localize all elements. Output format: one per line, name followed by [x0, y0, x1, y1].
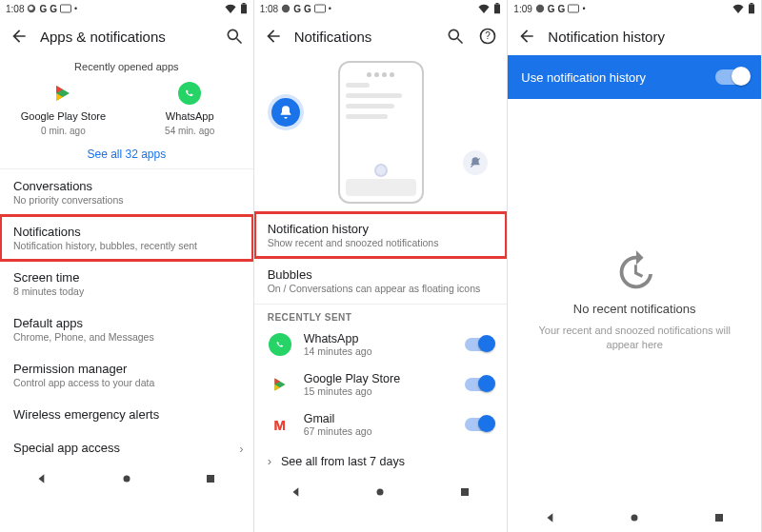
page-title: Apps & notifications: [40, 29, 213, 45]
row-title: Notification history: [268, 222, 494, 236]
nav-home[interactable]: [626, 509, 643, 526]
phone-illustration: [338, 61, 424, 204]
svg-line-5: [236, 39, 241, 44]
row-sub: On / Conversations can appear as floatin…: [268, 283, 494, 294]
back-icon[interactable]: [515, 25, 538, 48]
see-all-label: See all from last 7 days: [281, 455, 405, 468]
recent-sent-gmail[interactable]: M Gmail67 minutes ago: [254, 404, 508, 444]
row-wireless-alerts[interactable]: Wireless emergency alerts: [0, 398, 253, 431]
recently-opened-label: Recently opened apps: [0, 55, 253, 74]
whatsapp-icon: [268, 332, 292, 357]
row-conversations[interactable]: Conversations No priority conversations: [0, 169, 253, 215]
row-title: Permission manager: [13, 362, 240, 376]
status-bar: 1:08 G G •: [0, 0, 253, 17]
app-name: WhatsApp: [304, 332, 454, 345]
use-history-bar[interactable]: Use notification history: [508, 55, 761, 99]
svg-point-8: [282, 5, 290, 12]
empty-state: No recent notifications Your recent and …: [508, 99, 761, 503]
nav-recents[interactable]: [711, 509, 728, 526]
row-sub: 8 minutes today: [13, 286, 240, 297]
use-history-toggle[interactable]: [715, 69, 748, 85]
recent-app-whatsapp[interactable]: WhatsApp 54 min. ago: [142, 80, 237, 136]
google-status-icon-2: G: [50, 4, 57, 14]
status-bar: 1:09 G G •: [508, 0, 761, 17]
toggle[interactable]: [465, 378, 493, 391]
battery-icon: [240, 3, 248, 14]
gmail-icon: M: [268, 412, 292, 437]
see-all-apps-link[interactable]: See all 32 apps: [0, 138, 253, 168]
row-permission-manager[interactable]: Permission manager Control app access to…: [0, 352, 253, 398]
nav-home[interactable]: [118, 470, 135, 487]
empty-title: No recent notifications: [573, 302, 696, 316]
search-icon[interactable]: [223, 25, 246, 48]
use-history-label: Use notification history: [521, 70, 646, 85]
page-title: Notification history: [548, 29, 753, 45]
nav-bar: [508, 503, 761, 532]
row-title: Bubbles: [268, 267, 494, 282]
svg-point-23: [632, 515, 638, 522]
search-icon[interactable]: [444, 25, 467, 48]
app-meta: 14 minutes ago: [304, 345, 454, 357]
recent-sent-play-store[interactable]: Google Play Store15 minutes ago: [254, 365, 508, 404]
svg-line-13: [458, 39, 463, 44]
row-default-apps[interactable]: Default apps Chrome, Phone, and Messages: [0, 306, 253, 352]
card-status-icon: [314, 4, 326, 13]
nav-back[interactable]: [33, 470, 50, 487]
app-bar: Notification history: [508, 17, 761, 55]
pane-notification-history: 1:09 G G • Notification history Use noti…: [508, 0, 762, 532]
row-screen-time[interactable]: Screen time 8 minutes today: [0, 261, 253, 306]
battery-icon: [748, 3, 755, 14]
recent-app-sub: 54 min. ago: [165, 126, 214, 136]
google-status-icon-2: G: [304, 4, 311, 14]
chevron-right-icon: ›: [239, 441, 243, 455]
recent-app-sub: 0 min. ago: [41, 126, 86, 136]
recent-app-name: WhatsApp: [166, 110, 214, 122]
nav-back[interactable]: [288, 483, 305, 501]
more-status-icon: •: [74, 4, 77, 13]
wifi-icon: [224, 4, 237, 13]
chevron-right-icon: ›: [268, 454, 271, 468]
nav-home[interactable]: [371, 483, 389, 501]
row-title: Wireless emergency alerts: [13, 407, 240, 422]
toggle[interactable]: [465, 418, 493, 431]
nav-back[interactable]: [542, 509, 559, 526]
pane-notifications: 1:08 G G • Notifications ? Notification …: [254, 0, 509, 532]
clock: 1:09: [513, 4, 531, 14]
row-sub: Notification history, bubbles, recently …: [13, 240, 240, 251]
nav-bar: [254, 478, 508, 506]
toggle[interactable]: [465, 338, 493, 351]
svg-rect-7: [207, 475, 214, 483]
card-status-icon: [60, 4, 71, 13]
status-bar: 1:08 G G •: [254, 0, 508, 17]
row-sub: Show recent and snoozed notifications: [268, 237, 494, 248]
more-status-icon: •: [329, 4, 331, 13]
page-title: Notifications: [294, 29, 435, 45]
clock: 1:08: [6, 4, 24, 14]
back-icon[interactable]: [262, 25, 285, 48]
svg-point-6: [123, 476, 130, 483]
wifi-icon: [732, 4, 745, 13]
back-icon[interactable]: [8, 25, 30, 48]
row-sub: Chrome, Phone, and Messages: [13, 331, 240, 343]
google-status-icon: G: [39, 4, 47, 14]
whatsapp-status-icon: [535, 4, 545, 13]
help-icon[interactable]: ?: [476, 25, 499, 48]
whatsapp-status-icon: [281, 4, 291, 13]
svg-rect-1: [61, 5, 71, 12]
whatsapp-status-icon: [27, 4, 36, 13]
nav-recents[interactable]: [202, 470, 219, 487]
row-sub: No priority conversations: [13, 194, 240, 206]
row-bubbles[interactable]: Bubbles On / Conversations can appear as…: [254, 258, 508, 304]
card-status-icon: [568, 4, 579, 13]
recent-app-name: Google Play Store: [21, 110, 106, 122]
whatsapp-icon: [176, 80, 203, 107]
row-notification-history[interactable]: Notification history Show recent and sno…: [254, 212, 508, 258]
see-all-recent-link[interactable]: › See all from last 7 days: [254, 444, 508, 478]
svg-rect-2: [241, 5, 247, 14]
row-title: Screen time: [13, 270, 240, 285]
row-special-app-access[interactable]: Special app access ›: [0, 431, 253, 464]
row-notifications[interactable]: Notifications Notification history, bubb…: [0, 215, 253, 261]
nav-recents[interactable]: [456, 483, 473, 501]
recent-sent-whatsapp[interactable]: WhatsApp14 minutes ago: [254, 325, 508, 365]
recent-app-play-store[interactable]: Google Play Store 0 min. ago: [15, 80, 110, 136]
